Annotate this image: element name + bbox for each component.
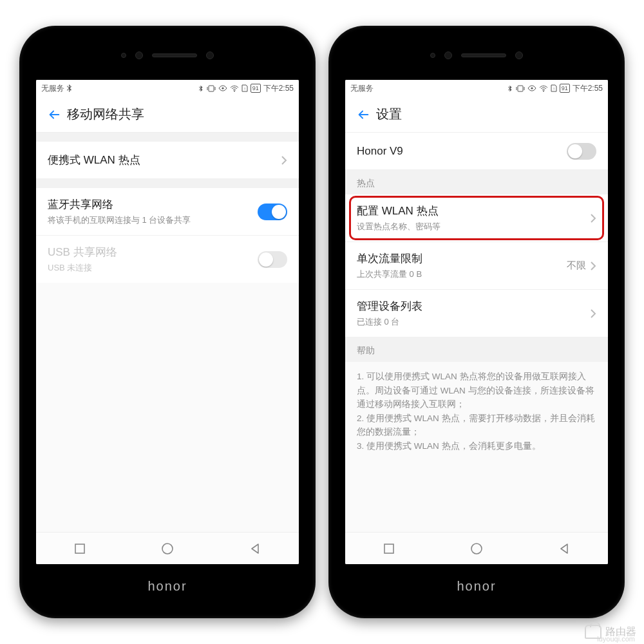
svg-point-5 xyxy=(162,544,173,554)
row-sublabel: 已连接 0 台 xyxy=(357,316,590,328)
bluetooth-icon xyxy=(67,84,73,92)
help-text: 1. 可以使用便携式 WLAN 热点将您的设备用做互联网接入点。周边设备可通过 … xyxy=(345,362,608,461)
nav-home-button[interactable] xyxy=(459,537,495,560)
clock-label: 下午2:55 xyxy=(573,83,603,94)
row-sublabel: 上次共享流量 0 B xyxy=(357,269,567,280)
row-sublabel: 设置热点名称、密码等 xyxy=(357,221,590,232)
row-data-limit[interactable]: 单次流量限制 上次共享流量 0 B 不限 xyxy=(345,242,608,290)
phone-frame-right: 无服务 ! 91 下午2:55 xyxy=(328,26,625,618)
nav-home-button[interactable] xyxy=(149,537,185,560)
row-label: 单次流量限制 xyxy=(357,251,567,266)
svg-point-1 xyxy=(222,87,223,89)
usb-tether-toggle xyxy=(258,251,287,268)
watermark: 路由器 luyouqi.com xyxy=(585,625,636,639)
battery-indicator: 91 xyxy=(560,84,570,93)
svg-point-11 xyxy=(471,544,482,554)
row-label: 配置 WLAN 热点 xyxy=(357,204,590,218)
svg-rect-4 xyxy=(75,544,84,553)
row-sublabel: USB 未连接 xyxy=(48,262,258,274)
row-usb-tether: USB 共享网络 USB 未连接 xyxy=(36,236,299,283)
sim-icon: ! xyxy=(551,84,557,92)
row-label: 便携式 WLAN 热点 xyxy=(48,153,281,167)
sim-icon: ! xyxy=(242,84,248,92)
section-header-hotspot: 热点 xyxy=(345,170,608,194)
row-configure-hotspot[interactable]: 配置 WLAN 热点 设置热点名称、密码等 xyxy=(345,194,608,242)
brand-logo: honor xyxy=(336,579,617,594)
nav-back-button[interactable] xyxy=(546,537,582,560)
row-bluetooth-tether[interactable]: 蓝牙共享网络 将该手机的互联网连接与 1 台设备共享 xyxy=(36,188,299,236)
row-label: 蓝牙共享网络 xyxy=(48,197,258,212)
row-portable-hotspot[interactable]: 便携式 WLAN 热点 xyxy=(36,142,299,179)
eye-icon xyxy=(527,85,536,91)
back-button[interactable] xyxy=(41,102,67,128)
svg-text:!: ! xyxy=(553,87,554,91)
carrier-label: 无服务 xyxy=(41,83,64,94)
svg-rect-0 xyxy=(209,86,214,91)
nav-back-button[interactable] xyxy=(237,537,273,560)
brand-logo: honor xyxy=(27,579,308,594)
eye-icon xyxy=(218,85,227,91)
vibrate-icon xyxy=(207,85,216,92)
chevron-right-icon xyxy=(590,213,596,223)
nav-recent-button[interactable] xyxy=(62,537,98,560)
title-bar: 移动网络共享 xyxy=(36,97,299,133)
status-bar: 无服务 xyxy=(36,80,299,97)
vibrate-icon xyxy=(516,85,525,92)
svg-point-7 xyxy=(531,87,533,89)
svg-rect-10 xyxy=(384,544,393,553)
nav-recent-button[interactable] xyxy=(371,537,407,560)
svg-point-2 xyxy=(234,90,235,91)
carrier-label: 无服务 xyxy=(350,83,374,94)
bluetooth-tether-toggle[interactable] xyxy=(258,204,287,220)
row-value: 不限 xyxy=(567,260,586,272)
hotspot-master-toggle[interactable] xyxy=(567,143,596,160)
svg-point-8 xyxy=(543,90,544,91)
battery-indicator: 91 xyxy=(251,84,261,93)
chevron-right-icon xyxy=(590,308,596,319)
page-title: 移动网络共享 xyxy=(67,106,144,123)
svg-text:!: ! xyxy=(244,87,245,91)
row-device-name[interactable]: Honor V9 xyxy=(345,133,608,170)
wifi-icon xyxy=(230,85,239,92)
chevron-right-icon xyxy=(281,155,287,166)
wifi-icon xyxy=(539,85,548,92)
row-manage-devices[interactable]: 管理设备列表 已连接 0 台 xyxy=(345,290,608,337)
svg-rect-6 xyxy=(518,86,523,91)
clock-label: 下午2:55 xyxy=(263,83,294,94)
system-nav-bar xyxy=(345,532,608,564)
phone-frame-left: 无服务 xyxy=(19,26,316,618)
status-bar: 无服务 ! 91 下午2:55 xyxy=(345,80,608,97)
row-label: Honor V9 xyxy=(357,145,567,158)
system-nav-bar xyxy=(36,532,299,564)
row-label: USB 共享网络 xyxy=(48,245,258,260)
row-sublabel: 将该手机的互联网连接与 1 台设备共享 xyxy=(48,214,258,226)
row-label: 管理设备列表 xyxy=(357,299,590,314)
bluetooth-small-icon xyxy=(508,85,513,92)
back-button[interactable] xyxy=(350,102,376,128)
page-title: 设置 xyxy=(376,106,402,123)
section-header-help: 帮助 xyxy=(345,337,608,362)
title-bar: 设置 xyxy=(345,97,608,133)
chevron-right-icon xyxy=(590,261,596,271)
bluetooth-small-icon xyxy=(199,85,204,92)
